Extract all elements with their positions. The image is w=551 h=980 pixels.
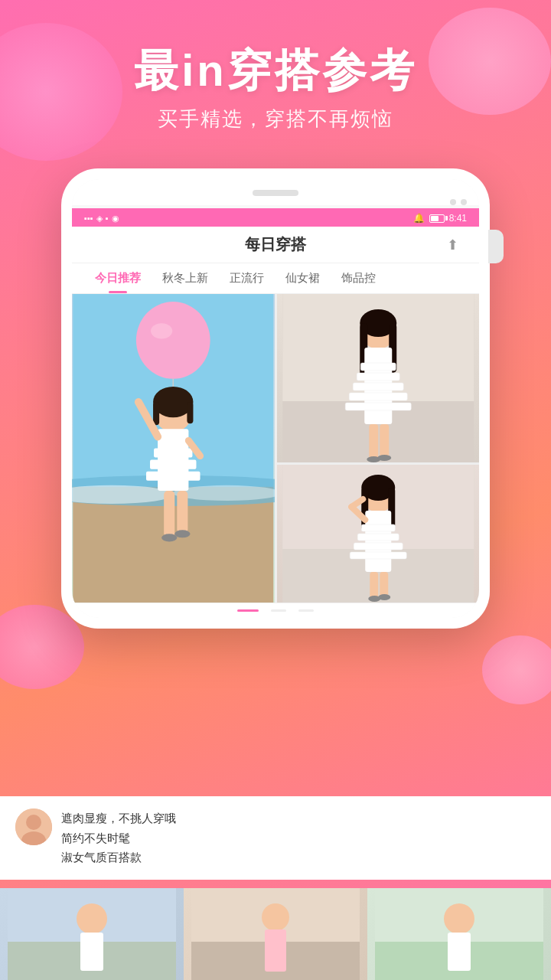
thumbnail-2[interactable] <box>184 888 367 980</box>
status-icons-left: ▪▪▪ ◈ ▪ ◉ <box>84 214 119 224</box>
svg-point-37 <box>377 455 391 461</box>
scroll-dot-1 <box>237 609 259 612</box>
svg-rect-52 <box>380 572 388 598</box>
phone-camera-dots <box>72 199 479 205</box>
comment-line-3: 淑女气质百搭款 <box>61 848 536 867</box>
tab-accessories[interactable]: 饰品控 <box>331 263 386 293</box>
phone-mockup: ▪▪▪ ◈ ▪ ◉ 🔔 8:41 每日穿搭 ⬆ <box>61 168 490 629</box>
status-bar: ▪▪▪ ◈ ▪ ◉ 🔔 8:41 <box>72 208 479 227</box>
svg-rect-34 <box>369 424 378 459</box>
studio-scene-bottom-svg <box>277 465 480 603</box>
scroll-dot-3 <box>298 609 314 612</box>
user-avatar <box>15 808 52 845</box>
svg-point-21 <box>174 530 190 537</box>
tab-autumn-winter[interactable]: 秋冬上新 <box>152 263 219 293</box>
bottom-comment-area: 遮肉显瘦，不挑人穿哦 简约不失时髦 淑女气质百搭款 <box>0 796 551 880</box>
svg-rect-65 <box>265 929 286 972</box>
svg-rect-12 <box>158 429 188 491</box>
comment-line-1: 遮肉显瘦，不挑人穿哦 <box>61 808 536 828</box>
image-grid <box>72 294 479 603</box>
svg-rect-29 <box>360 363 396 371</box>
svg-point-20 <box>161 534 177 541</box>
svg-rect-32 <box>349 393 407 400</box>
hero-section: 最in穿搭参考 买手精选，穿搭不再烦恼 <box>0 46 551 132</box>
grid-image-top-right[interactable] <box>277 294 480 462</box>
carrier-icon: ▪ <box>106 214 109 223</box>
thumbnail-1[interactable] <box>0 888 184 980</box>
svg-point-68 <box>444 903 474 934</box>
extra-icon: ◉ <box>112 214 119 224</box>
svg-point-64 <box>262 903 289 931</box>
tab-trending[interactable]: 正流行 <box>219 263 275 293</box>
svg-point-6 <box>151 323 172 338</box>
app-title: 每日穿搭 <box>104 234 447 255</box>
phone-screen: ▪▪▪ ◈ ▪ ◉ 🔔 8:41 每日穿搭 ⬆ <box>72 179 479 618</box>
grid-image-bottom-right[interactable] <box>277 465 480 603</box>
svg-rect-19 <box>177 491 187 533</box>
svg-rect-46 <box>357 534 399 541</box>
svg-rect-33 <box>345 403 411 410</box>
svg-rect-44 <box>365 511 391 572</box>
svg-rect-14 <box>150 460 196 469</box>
svg-rect-45 <box>361 524 395 531</box>
svg-rect-15 <box>146 472 201 481</box>
scroll-dot-2 <box>271 609 286 612</box>
time-display: 8:41 <box>449 213 467 224</box>
phone-speaker <box>253 190 298 196</box>
comment-line-2: 简约不失时髦 <box>61 828 536 848</box>
status-icons-right: 🔔 8:41 <box>413 213 467 224</box>
svg-rect-69 <box>448 933 471 971</box>
app-header: 每日穿搭 ⬆ <box>72 227 479 263</box>
thumbnail-row <box>0 888 551 980</box>
bell-icon: 🔔 <box>413 213 425 224</box>
svg-rect-48 <box>350 552 406 559</box>
signal-icon: ▪▪▪ <box>84 214 93 223</box>
bg-blob-4 <box>482 635 551 704</box>
svg-point-56 <box>26 815 41 830</box>
hero-title: 最in穿搭参考 <box>0 46 551 95</box>
svg-rect-30 <box>357 373 399 381</box>
svg-rect-31 <box>353 383 403 390</box>
svg-rect-51 <box>370 572 378 599</box>
tabs-bar: 今日推荐 秋冬上新 正流行 仙女裙 饰品控 <box>72 263 479 294</box>
battery-icon <box>429 214 445 223</box>
studio-scene-top-svg <box>277 294 480 462</box>
beach-scene-svg <box>72 294 275 603</box>
svg-rect-11 <box>187 402 193 423</box>
phone-outer: ▪▪▪ ◈ ▪ ◉ 🔔 8:41 每日穿搭 ⬆ <box>61 168 490 629</box>
tab-fairy-dress[interactable]: 仙女裙 <box>275 263 331 293</box>
svg-rect-10 <box>153 402 159 425</box>
tab-today-recommend[interactable]: 今日推荐 <box>84 263 152 293</box>
svg-point-54 <box>378 594 390 600</box>
phone-earplug <box>488 230 504 263</box>
svg-rect-35 <box>380 424 389 458</box>
svg-rect-61 <box>80 933 103 971</box>
svg-point-60 <box>77 903 107 934</box>
thumbnail-3[interactable] <box>367 888 551 980</box>
wifi-icon: ◈ <box>96 214 103 224</box>
svg-rect-47 <box>354 543 403 550</box>
share-icon[interactable]: ⬆ <box>447 237 464 253</box>
hero-subtitle: 买手精选，穿搭不再烦恼 <box>0 106 551 132</box>
svg-rect-18 <box>164 491 174 537</box>
svg-rect-13 <box>154 449 192 458</box>
comment-row: 遮肉显瘦，不挑人穿哦 简约不失时髦 淑女气质百搭款 <box>15 808 536 867</box>
svg-point-5 <box>136 302 210 379</box>
grid-image-left[interactable] <box>72 294 275 603</box>
comment-text-block: 遮肉显瘦，不挑人穿哦 简约不失时髦 淑女气质百搭款 <box>61 808 536 867</box>
